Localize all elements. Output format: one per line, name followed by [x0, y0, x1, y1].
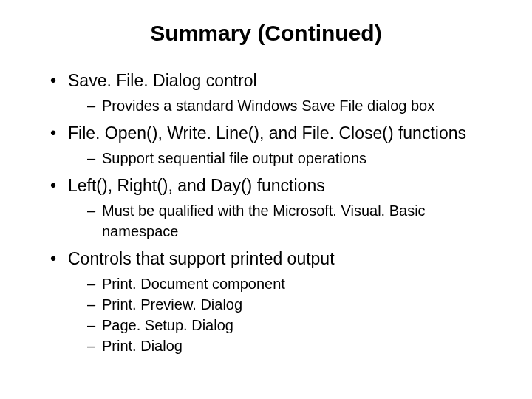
sub-item: Must be qualified with the Microsoft. Vi… [87, 200, 502, 242]
sub-text: Must be qualified with the Microsoft. Vi… [102, 202, 426, 239]
sub-list: Provides a standard Windows Save File di… [68, 95, 502, 116]
sub-text: Support sequential file output operation… [102, 150, 366, 166]
sub-item: Print. Dialog [87, 335, 502, 356]
slide-title: Summary (Continued) [30, 21, 502, 46]
bullet-text: Left(), Right(), and Day() functions [68, 176, 325, 195]
sub-item: Page. Setup. Dialog [87, 315, 502, 335]
bullet-item: Left(), Right(), and Day() functions Mus… [50, 174, 502, 242]
bullet-text: File. Open(), Write. Line(), and File. C… [68, 123, 466, 143]
sub-text: Print. Document component [102, 276, 285, 292]
sub-list: Print. Document component Print. Preview… [68, 273, 502, 356]
bullet-item: File. Open(), Write. Line(), and File. C… [50, 122, 502, 168]
bullet-list: Save. File. Dialog control Provides a st… [30, 69, 502, 356]
sub-item: Provides a standard Windows Save File di… [87, 95, 502, 116]
bullet-item: Controls that support printed output Pri… [50, 248, 502, 356]
sub-text: Provides a standard Windows Save File di… [102, 98, 434, 114]
sub-item: Print. Preview. Dialog [87, 294, 502, 315]
sub-text: Print. Dialog [102, 338, 183, 354]
sub-list: Support sequential file output operation… [68, 148, 502, 168]
sub-list: Must be qualified with the Microsoft. Vi… [68, 200, 502, 242]
sub-text: Print. Preview. Dialog [102, 296, 242, 313]
sub-text: Page. Setup. Dialog [102, 317, 233, 333]
sub-item: Support sequential file output operation… [87, 148, 502, 168]
bullet-item: Save. File. Dialog control Provides a st… [50, 69, 502, 116]
sub-item: Print. Document component [87, 273, 502, 294]
bullet-text: Save. File. Dialog control [68, 71, 257, 90]
slide: Summary (Continued) Save. File. Dialog c… [0, 0, 532, 399]
bullet-text: Controls that support printed output [68, 249, 335, 268]
